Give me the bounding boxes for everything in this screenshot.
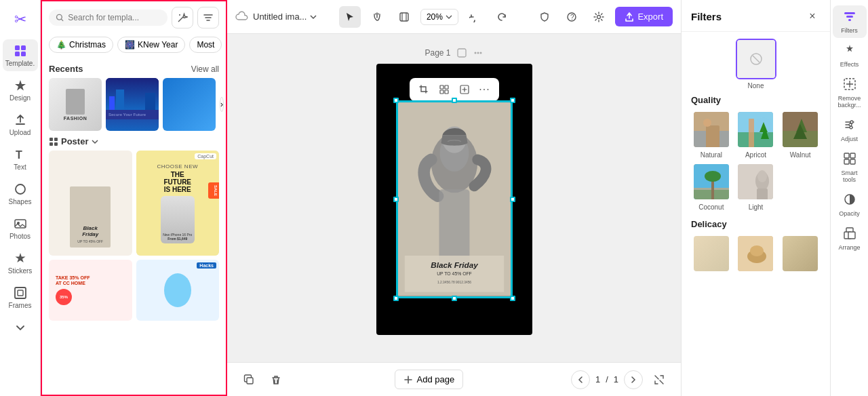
svg-point-68: [850, 126, 852, 129]
svg-rect-27: [445, 90, 448, 94]
filter-delicacy-2[interactable]: [736, 235, 776, 273]
shield-button[interactable]: [534, 6, 555, 28]
search-input[interactable]: [68, 13, 161, 22]
template-card-medical[interactable]: Hacks: [136, 260, 220, 321]
sidebar-item-text[interactable]: T Text: [3, 143, 38, 175]
header-right: ? Export: [534, 6, 673, 28]
right-sidebar-opacity[interactable]: Opacity: [833, 189, 867, 221]
template-card-bf[interactable]: BlackFriday UP TO 45% OFF: [49, 151, 132, 256]
recent-thumb-2[interactable]: Secure Your Future: [106, 78, 159, 131]
filter-none[interactable]: None: [691, 39, 821, 90]
shapes-icon: [13, 182, 28, 197]
tag-new-year[interactable]: 🎆 KNew Year: [117, 37, 185, 53]
grid-overlay-button[interactable]: [435, 81, 453, 98]
search-input-wrap[interactable]: [49, 9, 167, 26]
filter-btn[interactable]: [197, 7, 219, 28]
select-tool-button[interactable]: [339, 6, 361, 28]
recent-thumb-1[interactable]: FASHION: [49, 78, 102, 131]
filter-delicacy-1[interactable]: [691, 235, 732, 273]
tag-christmas[interactable]: 🎄 Christmas: [49, 37, 113, 53]
template-card-sale[interactable]: TAKE 35% OFFAT CC HOME 35%: [49, 260, 132, 321]
svg-rect-25: [445, 85, 448, 89]
filter-walnut[interactable]: Walnut: [780, 111, 821, 159]
handle-middle-right[interactable]: [510, 197, 515, 202]
next-page-button[interactable]: [624, 370, 643, 389]
filters-close-button[interactable]: ×: [804, 8, 821, 24]
redo-button[interactable]: [491, 6, 513, 28]
filter-light[interactable]: Light: [736, 163, 776, 211]
svg-text:T: T: [16, 149, 22, 161]
handle-bottom-left[interactable]: [393, 296, 399, 301]
page-options-icon[interactable]: [456, 47, 467, 58]
expand-button[interactable]: [648, 369, 670, 391]
magic-wand-btn[interactable]: [172, 7, 193, 28]
sidebar-item-templates[interactable]: Template.: [3, 39, 38, 71]
canvas-image[interactable]: Black Friday UP TO 45% OFF 1.2.3456.78 9…: [397, 101, 512, 298]
frame-tool-button[interactable]: [393, 6, 415, 28]
effects-icon: [843, 43, 856, 60]
sidebar-item-stickers[interactable]: Stickers: [3, 247, 38, 279]
filter-natural-label: Natural: [701, 151, 722, 159]
handle-top-right[interactable]: [510, 98, 515, 103]
sidebar-item-more[interactable]: [3, 316, 38, 339]
poster-section-header[interactable]: Poster: [49, 136, 219, 146]
handle-bottom-center[interactable]: [452, 296, 457, 301]
settings-button[interactable]: [588, 6, 610, 28]
trash-icon: [271, 374, 281, 385]
filter-coconut[interactable]: Coconut: [691, 163, 732, 211]
crop-button[interactable]: [415, 81, 433, 98]
new-year-emoji: 🎆: [125, 40, 135, 50]
right-sidebar-effects[interactable]: Effects: [833, 39, 867, 72]
stickers-icon: [13, 251, 28, 266]
recent-fashion-thumb: FASHION: [49, 78, 102, 131]
sidebar-item-design[interactable]: Design: [3, 74, 38, 106]
tag-most[interactable]: Most: [189, 37, 222, 53]
prev-page-button[interactable]: [571, 370, 590, 389]
none-thumb-inner: [737, 40, 775, 78]
view-all-button[interactable]: View all: [191, 64, 219, 74]
page-more-icon[interactable]: [473, 47, 484, 58]
delete-button[interactable]: [265, 369, 287, 391]
sidebar-item-photos[interactable]: Photos: [3, 212, 38, 244]
bottom-right: 1/1: [571, 369, 670, 391]
filter-delicacy-3[interactable]: [780, 235, 821, 273]
sidebar-item-frames[interactable]: Frames: [3, 281, 38, 313]
delicacy-section-title: Delicacy: [691, 219, 821, 229]
chevron-down-small-icon: [91, 138, 99, 146]
svg-point-11: [179, 14, 180, 16]
right-sidebar-smart-tools[interactable]: Smart tools: [833, 148, 867, 187]
design-icon: [13, 78, 28, 93]
zoom-button[interactable]: 20%: [420, 9, 458, 25]
svg-point-5: [16, 184, 25, 194]
filter-natural[interactable]: Natural: [691, 111, 732, 159]
undo-button[interactable]: [464, 6, 486, 28]
more-options-button[interactable]: ···: [476, 81, 494, 98]
coconut-preview: [694, 164, 730, 201]
sidebar-item-upload[interactable]: Upload: [3, 108, 38, 140]
filter-thumb-walnut: [781, 111, 819, 148]
duplicate-button[interactable]: [238, 369, 260, 391]
app-logo[interactable]: ✂: [9, 5, 32, 34]
right-sidebar-arrange[interactable]: Arrange: [833, 222, 867, 255]
filter-icon: [203, 12, 214, 23]
resize-button[interactable]: [456, 81, 473, 98]
right-sidebar-filters[interactable]: Filters: [833, 5, 867, 38]
document-title[interactable]: Untitled ima...: [253, 12, 317, 22]
filter-thumb-none: [736, 39, 776, 79]
recents-next-button[interactable]: ›: [220, 97, 224, 112]
right-sidebar-adjust[interactable]: Adjust: [833, 114, 867, 146]
right-sidebar-remove-bg[interactable]: Remove backgr...: [833, 73, 867, 113]
template-card-future[interactable]: CapCut CHOOSE NEW THEFUTUREIS HERE New i…: [136, 151, 220, 256]
svg-text:Black Friday: Black Friday: [431, 260, 478, 269]
export-button[interactable]: Export: [615, 7, 673, 26]
filter-apricot[interactable]: Apricot: [736, 111, 776, 159]
recent-thumb-3[interactable]: [163, 78, 216, 131]
svg-point-66: [850, 121, 853, 123]
frame-icon: [399, 12, 410, 22]
help-button[interactable]: ?: [561, 6, 583, 28]
walnut-preview: [783, 112, 819, 148]
handle-bottom-right[interactable]: [510, 296, 515, 301]
add-page-button[interactable]: Add page: [395, 370, 464, 389]
hand-tool-button[interactable]: [366, 6, 388, 28]
sidebar-item-shapes[interactable]: Shapes: [3, 178, 38, 210]
